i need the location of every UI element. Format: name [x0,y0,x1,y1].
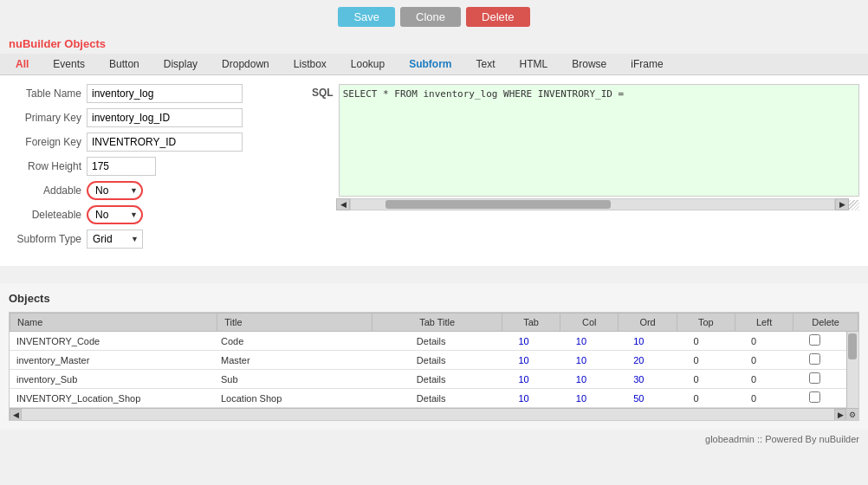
vertical-scrollbar[interactable] [846,332,858,408]
cell-title: Location Shop [214,389,367,408]
cell-tab: 10 [495,332,552,351]
cell-delete [782,332,846,351]
table-body: INVENTORY_Code Code Details 10 10 10 0 0… [10,332,846,408]
corner-settings-icon[interactable]: ⚙ [846,409,858,421]
table-row: inventory_Sub Sub Details 10 10 30 0 0 [10,370,846,389]
delete-checkbox[interactable] [809,334,820,346]
sql-resize-handle[interactable] [849,200,859,210]
footer-text: globeadmin :: Powered By nuBuilder [705,434,859,444]
cell-tab: 10 [495,370,552,389]
table-scroll-area: INVENTORY_Code Code Details 10 10 10 0 0… [10,332,858,408]
sql-scroll-right-arrow[interactable]: ▶ [835,198,849,210]
cell-name: inventory_Master [10,351,214,370]
tab-text[interactable]: Text [464,54,508,74]
tab-subform[interactable]: Subform [397,54,463,74]
delete-checkbox[interactable] [809,353,820,365]
cell-left: 0 [725,332,782,351]
vscroll-thumb [848,333,857,359]
clone-button[interactable]: Clone [400,7,461,27]
cell-name: INVENTORY_Location_Shop [10,389,214,408]
objects-table-wrapper: Name Title Tab Title Tab Col Ord Top Lef… [9,312,859,421]
cell-col: 10 [553,389,610,408]
sql-scroll-left-arrow[interactable]: ◀ [336,198,350,210]
toolbar: Save Clone Delete [0,0,868,34]
tab-dropdown[interactable]: Dropdown [210,54,282,74]
table-name-row: Table Name [9,84,303,103]
hscroll-track[interactable] [22,409,834,421]
cell-top: 0 [667,351,724,370]
addable-label: Addable [9,184,87,197]
cell-left: 0 [725,389,782,408]
objects-data-table: INVENTORY_Code Code Details 10 10 10 0 0… [10,332,846,408]
primary-key-row: Primary Key [9,108,303,127]
addable-select-wrapper: No Yes [87,181,143,200]
sql-textarea[interactable] [339,84,859,197]
tab-all[interactable]: All [3,54,41,74]
primary-key-input[interactable] [87,108,243,127]
cell-ord: 30 [610,370,667,389]
tab-browse[interactable]: Browse [560,54,619,74]
col-header-col: Col [560,314,619,332]
tab-html[interactable]: HTML [508,54,560,74]
cell-name: inventory_Sub [10,370,214,389]
subform-type-row: Subform Type Grid Form [9,230,303,249]
tab-events[interactable]: Events [41,54,97,74]
col-header-tab: Tab [502,314,560,332]
col-header-top: Top [677,314,735,332]
sql-hscroll-track[interactable] [350,198,835,210]
cell-name: INVENTORY_Code [10,332,214,351]
delete-checkbox[interactable] [809,391,820,403]
cell-col: 10 [553,332,610,351]
cell-tab: 10 [495,389,552,408]
cell-tab-title: Details [367,351,495,370]
row-height-label: Row Height [9,160,87,172]
objects-title: Objects [9,292,859,305]
cell-left: 0 [725,370,782,389]
spacer [0,266,868,283]
sql-label-row: SQL [312,84,859,197]
cell-col: 10 [553,351,610,370]
save-button[interactable]: Save [338,7,395,27]
table-row: inventory_Master Master Details 10 10 20… [10,351,846,370]
cell-tab-title: Details [367,389,495,408]
row-height-row: Row Height [9,157,303,176]
delete-checkbox[interactable] [809,372,820,384]
cell-title: Code [214,332,367,351]
tab-button[interactable]: Button [97,54,152,74]
table-container: Name Title Tab Title Tab Col Ord Top Lef… [10,313,858,420]
cell-ord: 10 [610,332,667,351]
primary-key-label: Primary Key [9,112,87,124]
cell-title: Sub [214,370,367,389]
deleteable-select[interactable]: No Yes [87,205,143,224]
table-row: INVENTORY_Location_Shop Location Shop De… [10,389,846,408]
cell-tab-title: Details [367,332,495,351]
tab-listbox[interactable]: Listbox [282,54,339,74]
addable-select[interactable]: No Yes [87,181,143,200]
cell-title: Master [214,351,367,370]
main-content: Table Name Primary Key Foreign Key Row H… [0,75,868,266]
cell-delete [782,370,846,389]
objects-table: Name Title Tab Title Tab Col Ord Top Lef… [10,313,858,332]
cell-delete [782,389,846,408]
foreign-key-label: Foreign Key [9,136,87,148]
sql-label: SQL [312,84,334,99]
col-header-name: Name [10,314,217,332]
delete-button[interactable]: Delete [466,7,530,27]
col-header-left: Left [735,314,793,332]
subform-type-select[interactable]: Grid Form [87,230,143,249]
table-name-input[interactable] [87,84,243,103]
subform-type-label: Subform Type [9,233,87,245]
cell-tab: 10 [495,351,552,370]
tab-display[interactable]: Display [152,54,210,74]
foreign-key-row: Foreign Key [9,133,303,152]
footer: globeadmin :: Powered By nuBuilder [0,430,868,449]
tab-lookup[interactable]: Lookup [339,54,397,74]
table-name-label: Table Name [9,87,87,100]
row-height-input[interactable] [87,157,156,176]
hscroll-right-arrow[interactable]: ▶ [834,409,846,421]
hscroll-left-arrow[interactable]: ◀ [10,409,22,421]
foreign-key-input[interactable] [87,133,243,152]
tab-iframe[interactable]: iFrame [619,54,675,74]
sql-hscroll-thumb [385,200,611,209]
sql-scrollbar-row: ◀ ▶ [336,198,859,210]
